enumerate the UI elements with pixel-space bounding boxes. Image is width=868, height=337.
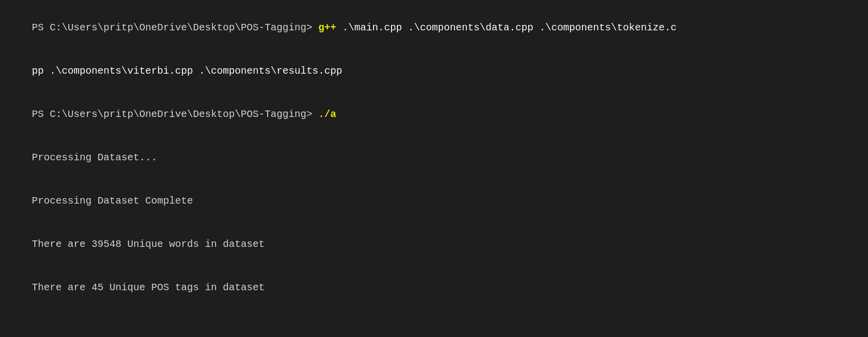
line-3: PS C:\Users\pritp\OneDrive\Desktop\POS-T… xyxy=(8,93,860,136)
prompt-2: PS C:\Users\pritp\OneDrive\Desktop\POS-T… xyxy=(32,109,318,120)
command-keyword-1: g++ xyxy=(318,22,336,33)
line-5: Processing Dataset Complete xyxy=(8,179,860,223)
terminal-window: PS C:\Users\pritp\OneDrive\Desktop\POS-T… xyxy=(0,0,868,337)
line-9: ///////////////// xyxy=(8,324,860,337)
line-2: pp .\components\viterbi.cpp .\components… xyxy=(8,49,860,93)
line-4: Processing Dataset... xyxy=(8,136,860,179)
line-1: PS C:\Users\pritp\OneDrive\Desktop\POS-T… xyxy=(8,6,860,49)
output-unique-words: There are 39548 Unique words in dataset xyxy=(32,238,265,250)
command-continued-1: pp .\components\viterbi.cpp .\components… xyxy=(32,65,342,77)
output-unique-tags: There are 45 Unique POS tags in dataset xyxy=(32,282,265,293)
line-8-empty xyxy=(8,309,860,324)
line-6: There are 39548 Unique words in dataset xyxy=(8,223,860,266)
command-keyword-2: ./a xyxy=(318,109,336,120)
line-7: There are 45 Unique POS tags in dataset xyxy=(8,266,860,309)
output-processing-2: Processing Dataset Complete xyxy=(32,195,193,207)
output-processing-1: Processing Dataset... xyxy=(32,152,157,163)
command-args-1: .\main.cpp .\components\data.cpp .\compo… xyxy=(336,22,676,33)
prompt-1: PS C:\Users\pritp\OneDrive\Desktop\POS-T… xyxy=(32,22,318,33)
